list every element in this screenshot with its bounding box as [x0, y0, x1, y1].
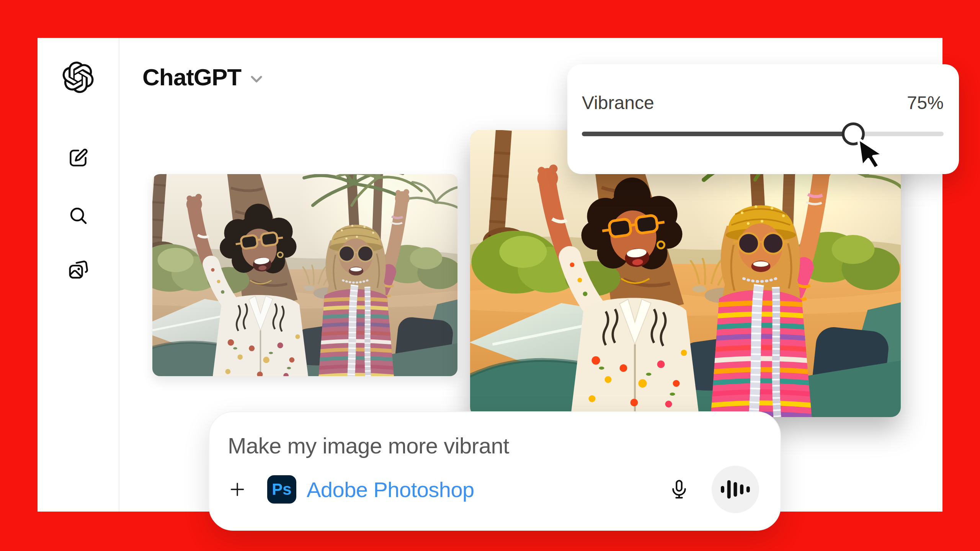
- vibrance-slider-knob[interactable]: [842, 122, 865, 145]
- microphone-icon: [668, 478, 690, 500]
- photoshop-badge-text: Ps: [272, 480, 291, 499]
- vibrance-label: Vibrance: [582, 92, 654, 114]
- prompt-text[interactable]: Make my image more vibrant: [228, 431, 759, 460]
- openai-logo-icon: [62, 62, 94, 93]
- chevron-down-icon: [247, 69, 266, 89]
- vibrance-slider[interactable]: [582, 132, 944, 136]
- search-button[interactable]: [67, 205, 89, 226]
- photoshop-connector[interactable]: Ps Adobe Photoshop: [267, 475, 474, 504]
- chat-composer[interactable]: Make my image more vibrant Ps Adobe Phot…: [209, 411, 781, 531]
- vibrance-slider-fill: [582, 132, 853, 136]
- new-chat-button[interactable]: [67, 147, 89, 169]
- compose-icon: [67, 147, 89, 169]
- photoshop-app-icon: Ps: [267, 475, 296, 504]
- voice-waveform-icon: [721, 478, 750, 501]
- sidebar: [38, 38, 119, 512]
- voice-mode-button[interactable]: [712, 466, 759, 513]
- photoshop-connector-label: Adobe Photoshop: [307, 477, 474, 502]
- attach-button[interactable]: [228, 480, 247, 499]
- plus-icon: [228, 480, 247, 499]
- sidebar-divider: [119, 38, 119, 512]
- dictate-button[interactable]: [668, 478, 690, 500]
- model-picker[interactable]: ChatGPT: [142, 62, 266, 92]
- page-title: ChatGPT: [142, 62, 241, 92]
- image-library-icon: [67, 259, 89, 281]
- vibrance-value: 75%: [907, 92, 944, 114]
- search-icon: [67, 205, 89, 226]
- image-before-edit: [152, 174, 457, 376]
- vibrance-panel: Vibrance 75%: [567, 64, 959, 174]
- library-button[interactable]: [67, 259, 89, 281]
